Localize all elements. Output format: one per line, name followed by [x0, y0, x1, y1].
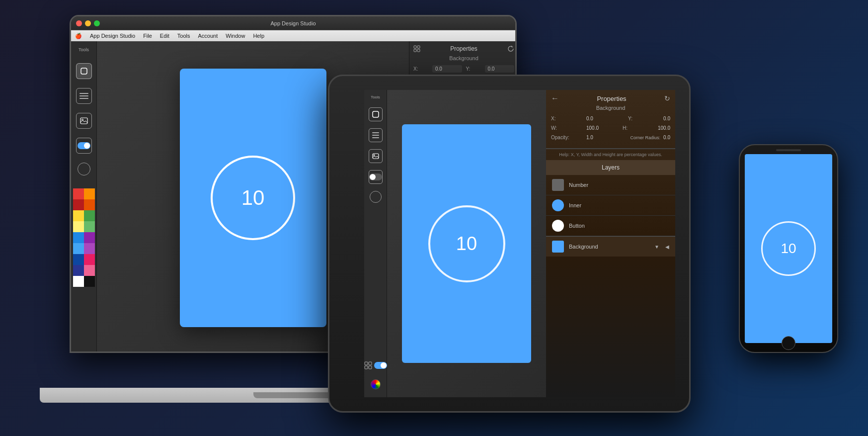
menu-app[interactable]: App Design Studio — [90, 33, 135, 39]
palette-hotpink[interactable] — [84, 265, 95, 276]
props-x-value[interactable]: 0.0 — [432, 65, 462, 73]
ipad-toolbar: Tools — [364, 90, 387, 397]
layer-name-number: Number — [569, 182, 588, 188]
ipad-props-x-row: X: 0.0 Y: 0.0 — [551, 116, 670, 121]
ipad-toggle-icon — [369, 174, 382, 180]
palette-pink[interactable] — [84, 254, 95, 265]
palette-blue[interactable] — [73, 232, 84, 243]
svg-rect-10 — [365, 362, 368, 365]
toggle-icon — [78, 142, 90, 149]
menu-help[interactable]: Help — [253, 33, 264, 39]
iphone-body: 10 — [739, 144, 838, 353]
menu-account[interactable]: Account — [198, 33, 218, 39]
layer-item-background[interactable]: Background ▼ ◀ — [546, 236, 675, 257]
ipad-canvas[interactable]: 10 — [387, 90, 546, 397]
ipad-props-corner-label: Corner Radius: — [631, 135, 661, 140]
ipad-props-h-value[interactable]: 100.0 — [658, 125, 670, 131]
iphone-home-button[interactable] — [782, 336, 795, 350]
macbook-titlebar: App Design Studio — [71, 16, 515, 30]
ipad-phone-mockup: 10 — [402, 124, 531, 363]
layer-item-button[interactable]: Button — [546, 216, 675, 236]
close-button[interactable] — [76, 20, 82, 26]
ipad-tool-rect[interactable] — [369, 107, 383, 121]
tool-circle[interactable] — [78, 163, 90, 175]
mac-toolbar: Tools — [71, 41, 97, 353]
layer-item-inner[interactable]: Inner — [546, 195, 675, 216]
ipad-tool-image[interactable] — [369, 149, 383, 163]
tool-rounded-rect[interactable] — [76, 63, 92, 79]
svg-rect-11 — [369, 362, 372, 365]
palette-black[interactable] — [84, 276, 95, 287]
ipad-props-y-value[interactable]: 0.0 — [663, 116, 670, 121]
ipad-tool-toggle[interactable] — [369, 170, 383, 184]
menu-file[interactable]: File — [143, 33, 152, 39]
svg-rect-12 — [365, 366, 368, 369]
svg-rect-8 — [373, 154, 379, 159]
svg-rect-1 — [80, 118, 87, 124]
ipad-props-x-value[interactable]: 0.0 — [586, 116, 593, 121]
palette-lightpurple[interactable] — [84, 243, 95, 254]
palette-green[interactable] — [84, 210, 95, 221]
refresh-icon[interactable] — [507, 45, 514, 52]
palette-darkred[interactable] — [73, 199, 84, 210]
palette-lightgreen[interactable] — [84, 221, 95, 232]
macbook-notch — [253, 392, 333, 398]
ipad-props-w-value[interactable]: 100.0 — [586, 125, 599, 131]
svg-rect-5 — [414, 49, 416, 52]
props-y-value[interactable]: 0.0 — [485, 65, 515, 73]
mac-circle-number: 10 — [211, 156, 295, 240]
ipad: Tools — [328, 75, 691, 413]
minimize-button[interactable] — [85, 20, 91, 26]
ipad-props-opacity-value[interactable]: 1.0 — [586, 135, 593, 140]
layer-name-background: Background — [569, 244, 649, 250]
palette-darkorange[interactable] — [84, 199, 95, 210]
ipad-props-subtitle: Background — [551, 105, 670, 111]
ipad-grid-icon — [364, 361, 372, 369]
layer-thumb-background — [552, 241, 564, 253]
tool-list[interactable] — [76, 88, 92, 104]
props-title: Properties — [420, 45, 507, 52]
ipad-props-w-row: W: 100.0 H: 100.0 — [551, 125, 670, 131]
ipad-props-corner-value[interactable]: 0.0 — [663, 135, 670, 140]
ipad-circle-number: 10 — [428, 205, 505, 282]
palette-red[interactable] — [73, 188, 84, 199]
ipad-properties-panel: ← Properties ↻ Background X: 0.0 Y: 0.0 … — [546, 90, 675, 397]
ipad-refresh-button[interactable]: ↻ — [664, 94, 670, 102]
props-subtitle: Background — [413, 55, 514, 61]
window-title: App Design Studio — [270, 20, 316, 26]
ipad-tools-label: Tools — [371, 95, 380, 99]
layer-thumb-number — [552, 179, 564, 191]
palette-purple[interactable] — [84, 232, 95, 243]
traffic-lights — [76, 20, 100, 26]
layer-thumb-inner — [552, 199, 564, 211]
svg-rect-6 — [417, 49, 420, 52]
svg-rect-4 — [417, 46, 420, 48]
palette-lightyellow[interactable] — [73, 221, 84, 232]
ipad-props-opacity-row: Opacity: 1.0 Corner Radius: 0.0 — [551, 135, 670, 140]
svg-rect-0 — [81, 68, 87, 74]
ipad-tool-list[interactable] — [369, 128, 383, 142]
color-palette — [73, 188, 95, 287]
tool-image[interactable] — [76, 113, 92, 129]
menu-edit[interactable]: Edit — [160, 33, 169, 39]
ipad-props-top: ← Properties ↻ Background X: 0.0 Y: 0.0 … — [546, 90, 675, 149]
maximize-button[interactable] — [94, 20, 100, 26]
tool-toggle[interactable] — [76, 138, 92, 154]
palette-orange[interactable] — [84, 188, 95, 199]
layer-name-button: Button — [569, 223, 585, 229]
menu-tools[interactable]: Tools — [177, 33, 190, 39]
layer-name-inner: Inner — [569, 202, 581, 208]
menu-window[interactable]: Window — [226, 33, 245, 39]
ipad-back-button[interactable]: ← — [551, 94, 559, 103]
palette-yellow[interactable] — [73, 210, 84, 221]
palette-white[interactable] — [73, 276, 84, 287]
palette-darkblue[interactable] — [73, 254, 84, 265]
palette-navy[interactable] — [73, 265, 84, 276]
ipad-main-toggle[interactable] — [374, 362, 387, 369]
ipad-color-picker[interactable] — [371, 379, 381, 389]
apple-menu[interactable]: 🍎 — [75, 33, 82, 39]
ipad-tool-circle[interactable] — [370, 191, 382, 203]
layer-item-number[interactable]: Number — [546, 175, 675, 195]
palette-lightblue[interactable] — [73, 243, 84, 254]
menubar: 🍎 App Design Studio File Edit Tools Acco… — [71, 30, 515, 41]
